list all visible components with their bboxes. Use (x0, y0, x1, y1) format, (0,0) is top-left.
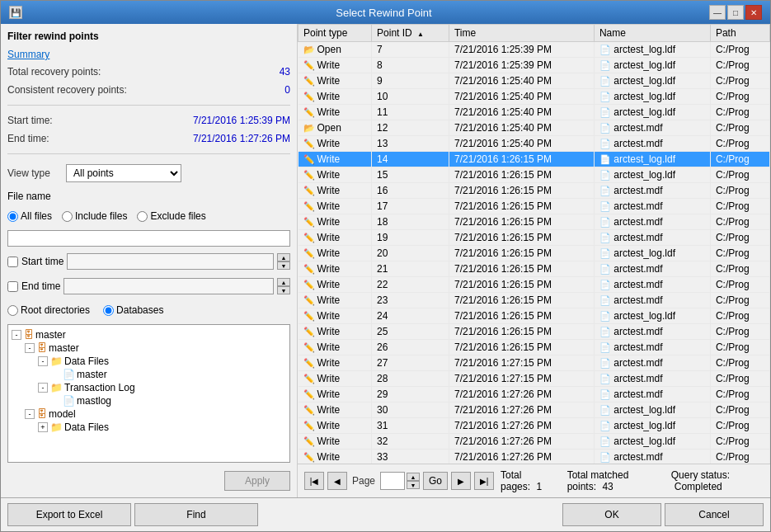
table-row[interactable]: ✏️ Write 15 7/21/2016 1:26:15 PM 📄 arcte… (299, 167, 770, 183)
table-row[interactable]: ✏️ Write 14 7/21/2016 1:26:15 PM 📄 arcte… (299, 152, 770, 167)
table-row[interactable]: ✏️ Write 18 7/21/2016 1:26:15 PM 📄 arcte… (299, 214, 770, 230)
cell-point-type: ✏️ Write (299, 152, 372, 167)
table-row[interactable]: ✏️ Write 31 7/21/2016 1:27:26 PM 📄 arcte… (299, 418, 770, 434)
cell-time: 7/21/2016 1:25:40 PM (449, 136, 594, 152)
scope-radio-group: Root directories Databases (7, 304, 290, 316)
ok-button[interactable]: OK (562, 503, 661, 526)
radio-include-files[interactable]: Include files (62, 210, 127, 222)
file-icon-mastlog: 📄 (63, 395, 75, 407)
tree-item-mastlog[interactable]: 📄 mastlog (12, 394, 286, 407)
start-time-datetime-input[interactable]: 7/21/2016 1:25:39 PM (67, 253, 274, 270)
table-row[interactable]: ✏️ Write 10 7/21/2016 1:25:40 PM 📄 arcte… (299, 89, 770, 105)
start-time-down-arrow[interactable]: ▼ (277, 261, 290, 270)
table-row[interactable]: ✏️ Write 8 7/21/2016 1:25:39 PM 📄 arctes… (299, 58, 770, 73)
col-path[interactable]: Path (710, 25, 769, 42)
summary-link[interactable]: Summary (7, 49, 290, 60)
table-row[interactable]: ✏️ Write 32 7/21/2016 1:27:26 PM 📄 arcte… (299, 434, 770, 450)
tree-item-data-files[interactable]: - 📁 Data Files (12, 355, 286, 368)
tree-toggle-model[interactable]: - (25, 409, 35, 419)
table-row[interactable]: ✏️ Write 27 7/21/2016 1:27:15 PM 📄 arcte… (299, 355, 770, 371)
page-down-arrow[interactable]: ▼ (407, 481, 420, 489)
apply-button[interactable]: Apply (224, 471, 290, 491)
table-row[interactable]: ✏️ Write 17 7/21/2016 1:26:15 PM 📄 arcte… (299, 199, 770, 214)
start-time-up-arrow[interactable]: ▲ (277, 253, 290, 261)
radio-all-files[interactable]: All files (7, 210, 52, 222)
bottom-buttons-left: Export to Excel Find (1, 498, 556, 531)
go-button[interactable]: Go (423, 472, 448, 490)
table-row[interactable]: ✏️ Write 13 7/21/2016 1:25:40 PM 📄 arcte… (299, 136, 770, 152)
cell-time: 7/21/2016 1:26:15 PM (449, 246, 594, 261)
file-name-input[interactable] (7, 230, 290, 247)
cell-name: 📄 arctest.mdf (594, 450, 710, 464)
cancel-button[interactable]: Cancel (665, 503, 764, 526)
cell-point-type: ✏️ Write (299, 246, 372, 261)
first-page-button[interactable]: |◀ (304, 472, 324, 490)
tree-item-transaction-log[interactable]: - 📁 Transaction Log (12, 381, 286, 394)
table-row[interactable]: ✏️ Write 19 7/21/2016 1:26:15 PM 📄 arcte… (299, 230, 770, 246)
tree-toggle-transaction-log[interactable]: - (38, 383, 48, 393)
start-time-checkbox[interactable] (7, 257, 18, 267)
table-row[interactable]: ✏️ Write 11 7/21/2016 1:25:40 PM 📄 arcte… (299, 105, 770, 120)
total-matched-text: Total matched points: 43 (567, 469, 658, 492)
tree-toggle-master[interactable]: - (12, 330, 21, 340)
close-button[interactable]: ✕ (745, 5, 762, 20)
tree-toggle-data-files[interactable]: - (38, 356, 48, 366)
table-row[interactable]: ✏️ Write 24 7/21/2016 1:26:15 PM 📄 arcte… (299, 308, 770, 324)
table-row[interactable]: 📂 Open 7 7/21/2016 1:25:39 PM 📄 arctest_… (299, 42, 770, 58)
table-row[interactable]: ✏️ Write 29 7/21/2016 1:27:26 PM 📄 arcte… (299, 387, 770, 403)
table-row[interactable]: ✏️ Write 9 7/21/2016 1:25:40 PM 📄 arctes… (299, 73, 770, 89)
cell-point-id: 9 (372, 73, 449, 89)
cell-name: 📄 arctest.mdf (594, 277, 710, 293)
page-up-arrow[interactable]: ▲ (407, 473, 420, 481)
table-container[interactable]: Point type Point ID ▲ Time Name Path 📂 O… (298, 24, 770, 464)
col-time[interactable]: Time (449, 25, 594, 42)
table-row[interactable]: ✏️ Write 25 7/21/2016 1:26:15 PM 📄 arcte… (299, 324, 770, 340)
cell-point-id: 25 (372, 324, 449, 340)
end-time-checkbox[interactable] (7, 281, 18, 292)
find-button[interactable]: Find (134, 503, 258, 526)
minimize-button[interactable]: — (709, 5, 726, 20)
tree-item-master-file[interactable]: 📄 master (12, 368, 286, 381)
cell-time: 7/21/2016 1:26:15 PM (449, 167, 594, 183)
radio-exclude-files[interactable]: Exclude files (137, 210, 205, 222)
table-row[interactable]: ✏️ Write 26 7/21/2016 1:26:15 PM 📄 arcte… (299, 340, 770, 355)
tree-item-model-data-files[interactable]: + 📁 Data Files (12, 421, 286, 434)
file-radio-group: All files Include files Exclude files (7, 210, 290, 222)
table-row[interactable]: ✏️ Write 22 7/21/2016 1:26:15 PM 📄 arcte… (299, 277, 770, 293)
table-row[interactable]: ✏️ Write 23 7/21/2016 1:26:15 PM 📄 arcte… (299, 293, 770, 308)
last-page-button[interactable]: ▶| (474, 472, 494, 490)
radio-databases[interactable]: Databases (103, 304, 163, 316)
col-point-type[interactable]: Point type (299, 25, 372, 42)
export-excel-button[interactable]: Export to Excel (7, 503, 131, 526)
col-point-id[interactable]: Point ID ▲ (372, 25, 449, 42)
end-time-datetime-input[interactable]: 7/21/2016 1:27:26 PM (63, 278, 274, 294)
table-row[interactable]: ✏️ Write 16 7/21/2016 1:26:15 PM 📄 arcte… (299, 183, 770, 199)
tree-item-master-child[interactable]: - 🗄 master (12, 341, 286, 355)
cell-path: C:/Prog (710, 261, 769, 277)
tree-container[interactable]: - 🗄 master - 🗄 master - 📁 Data Files (7, 324, 290, 463)
table-row[interactable]: ✏️ Write 30 7/21/2016 1:27:26 PM 📄 arcte… (299, 403, 770, 418)
cell-time: 7/21/2016 1:26:15 PM (449, 152, 594, 167)
cell-path: C:/Prog (710, 324, 769, 340)
maximize-button[interactable]: □ (727, 5, 744, 20)
next-page-button[interactable]: ▶ (451, 472, 471, 490)
col-name[interactable]: Name (594, 25, 710, 42)
tree-item-master-root[interactable]: - 🗄 master (12, 328, 286, 341)
cell-time: 7/21/2016 1:26:15 PM (449, 340, 594, 355)
table-row[interactable]: ✏️ Write 28 7/21/2016 1:27:15 PM 📄 arcte… (299, 371, 770, 387)
end-time-up-arrow[interactable]: ▲ (277, 278, 290, 286)
tree-toggle-model-data-files[interactable]: + (38, 422, 48, 432)
page-number-input[interactable]: 1 (380, 472, 405, 490)
table-row[interactable]: ✏️ Write 33 7/21/2016 1:27:26 PM 📄 arcte… (299, 450, 770, 464)
prev-page-button[interactable]: ◀ (327, 472, 347, 490)
end-time-spinner: ▲ ▼ (277, 278, 290, 294)
tree-toggle-master-child[interactable]: - (25, 343, 35, 353)
table-row[interactable]: 📂 Open 12 7/21/2016 1:25:40 PM 📄 arctest… (299, 120, 770, 136)
table-row[interactable]: ✏️ Write 20 7/21/2016 1:26:15 PM 📄 arcte… (299, 246, 770, 261)
table-row[interactable]: ✏️ Write 21 7/21/2016 1:26:15 PM 📄 arcte… (299, 261, 770, 277)
tree-item-model[interactable]: - 🗄 model (12, 407, 286, 421)
file-icon: 📄 (599, 154, 611, 164)
end-time-down-arrow[interactable]: ▼ (277, 286, 290, 294)
radio-root-dirs[interactable]: Root directories (7, 304, 90, 316)
view-type-select[interactable]: All points Recovery points Consistent po… (66, 164, 181, 182)
